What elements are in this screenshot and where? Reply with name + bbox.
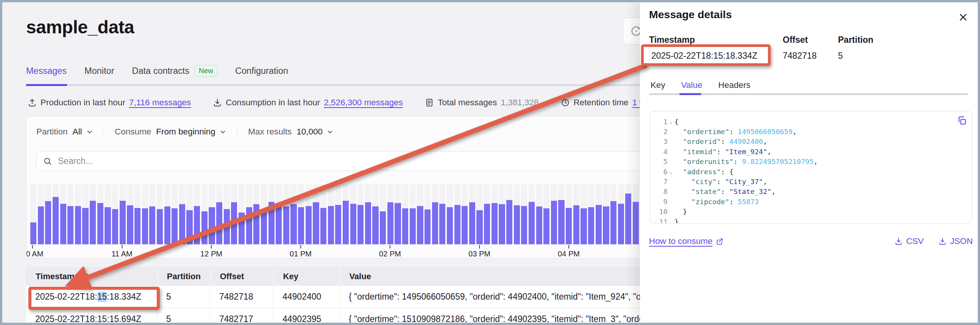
histogram-bar[interactable]: [276, 204, 282, 244]
histogram-bar[interactable]: [194, 206, 200, 244]
histogram-bar[interactable]: [484, 204, 490, 244]
histogram-bar[interactable]: [514, 205, 520, 244]
histogram-bar[interactable]: [551, 201, 557, 244]
tab-monitor[interactable]: Monitor: [84, 66, 114, 76]
histogram-bar[interactable]: [142, 208, 148, 244]
histogram-bar[interactable]: [611, 201, 616, 244]
histogram-bar[interactable]: [45, 201, 51, 244]
stat-value-link[interactable]: 2,526,300 messages: [324, 98, 403, 108]
histogram-bar[interactable]: [224, 209, 230, 244]
histogram-bar[interactable]: [157, 209, 163, 244]
column-header-timestamp[interactable]: Timestamp: [27, 268, 157, 285]
histogram-bar[interactable]: [529, 202, 535, 244]
histogram-bar[interactable]: [186, 210, 192, 244]
histogram-bar[interactable]: [134, 208, 140, 244]
histogram-bar[interactable]: [52, 197, 59, 244]
histogram-bar[interactable]: [38, 206, 44, 244]
histogram-bar[interactable]: [432, 202, 438, 244]
column-header-partition[interactable]: Partition: [157, 268, 210, 285]
download-csv-button[interactable]: CSV: [894, 236, 924, 246]
histogram-bar[interactable]: [581, 208, 587, 244]
histogram-bar[interactable]: [358, 205, 364, 244]
histogram-bar[interactable]: [30, 222, 37, 244]
histogram-bar[interactable]: [75, 206, 81, 244]
histogram-bar[interactable]: [82, 208, 88, 244]
histogram-bar[interactable]: [216, 202, 222, 244]
histogram-bar[interactable]: [202, 211, 207, 244]
histogram-bar[interactable]: [469, 202, 475, 244]
histogram-bar[interactable]: [208, 207, 215, 244]
histogram-bar[interactable]: [558, 200, 564, 244]
payload-tab-headers[interactable]: Headers: [718, 80, 751, 90]
histogram-bar[interactable]: [372, 206, 378, 244]
histogram-bar[interactable]: [380, 211, 386, 244]
histogram-bar[interactable]: [492, 203, 498, 244]
stat-value-link[interactable]: 7,116 messages: [129, 98, 191, 108]
histogram-bar[interactable]: [439, 204, 445, 244]
copy-icon[interactable]: [957, 116, 967, 126]
histogram-bar[interactable]: [476, 210, 482, 244]
histogram-bar[interactable]: [60, 204, 66, 244]
histogram-bar[interactable]: [239, 212, 245, 244]
histogram-bar[interactable]: [112, 209, 118, 244]
histogram-bar[interactable]: [298, 207, 304, 244]
tab-configuration[interactable]: Configuration: [235, 66, 288, 76]
histogram-bar[interactable]: [172, 208, 178, 244]
histogram-bar[interactable]: [425, 209, 431, 244]
histogram-bar[interactable]: [246, 207, 252, 244]
histogram-bar[interactable]: [67, 206, 73, 244]
payload-tab-value[interactable]: Value: [681, 80, 702, 90]
histogram-bar[interactable]: [105, 207, 111, 244]
histogram-bar[interactable]: [343, 201, 349, 244]
filter-partition[interactable]: PartitionAll: [37, 127, 93, 137]
histogram-bar[interactable]: [410, 208, 416, 244]
histogram-bar[interactable]: [164, 206, 170, 244]
histogram-bar[interactable]: [402, 208, 408, 244]
histogram-bar[interactable]: [499, 204, 505, 244]
close-icon[interactable]: [958, 12, 968, 22]
histogram-bar[interactable]: [536, 206, 542, 244]
histogram-bar[interactable]: [633, 202, 639, 244]
filter-consume[interactable]: ConsumeFrom beginning: [115, 127, 226, 137]
histogram-bar[interactable]: [395, 203, 401, 244]
histogram-bar[interactable]: [543, 208, 549, 244]
histogram-bar[interactable]: [253, 204, 259, 244]
histogram-bar[interactable]: [625, 194, 631, 244]
histogram-bar[interactable]: [335, 205, 341, 244]
histogram-bar[interactable]: [269, 202, 275, 244]
histogram-bar[interactable]: [283, 206, 289, 244]
payload-tab-key[interactable]: Key: [651, 80, 665, 90]
histogram-bar[interactable]: [231, 202, 237, 244]
histogram-bar[interactable]: [350, 204, 356, 244]
histogram-bar[interactable]: [179, 204, 185, 244]
histogram-bar[interactable]: [603, 206, 609, 244]
histogram-bar[interactable]: [120, 201, 126, 244]
histogram-bar[interactable]: [320, 208, 326, 244]
histogram-bar[interactable]: [127, 205, 133, 244]
filter-max-results[interactable]: Max results10,000: [248, 127, 334, 137]
how-to-consume-link[interactable]: How to consume: [649, 236, 724, 246]
histogram-bar[interactable]: [618, 204, 624, 244]
fold-caret-icon[interactable]: ⌄: [668, 169, 675, 175]
histogram-bar[interactable]: [387, 202, 393, 244]
histogram-bar[interactable]: [461, 206, 468, 244]
histogram-bar[interactable]: [506, 200, 512, 244]
download-json-button[interactable]: JSON: [939, 236, 973, 246]
histogram-bar[interactable]: [290, 204, 296, 244]
column-header-offset[interactable]: Offset: [210, 268, 274, 285]
histogram-bar[interactable]: [97, 203, 103, 244]
histogram-bar[interactable]: [447, 207, 453, 244]
histogram-bar[interactable]: [566, 208, 572, 244]
histogram-bar[interactable]: [573, 205, 579, 244]
tab-messages[interactable]: Messages: [26, 66, 67, 76]
histogram-bar[interactable]: [90, 201, 96, 244]
fold-caret-icon[interactable]: ⌄: [668, 119, 675, 124]
histogram-bar[interactable]: [588, 207, 594, 244]
histogram-bar[interactable]: [454, 205, 460, 244]
tab-data-contracts[interactable]: Data contractsNew: [132, 65, 217, 77]
column-header-key[interactable]: Key: [274, 268, 340, 285]
histogram-bar[interactable]: [328, 206, 334, 244]
histogram-bar[interactable]: [313, 202, 319, 244]
histogram-bar[interactable]: [417, 206, 423, 244]
histogram-bar[interactable]: [305, 206, 312, 244]
